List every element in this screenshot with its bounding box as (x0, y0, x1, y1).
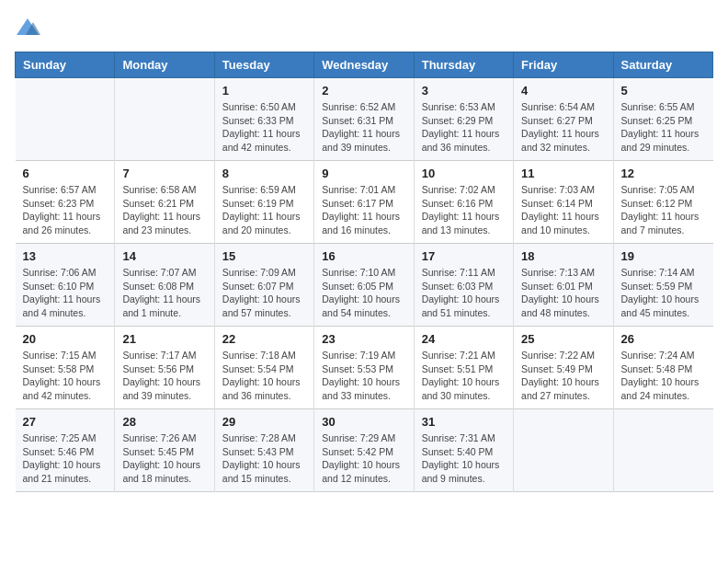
logo (15, 15, 44, 40)
calendar-cell: 19Sunrise: 7:14 AM Sunset: 5:59 PM Dayli… (613, 244, 712, 327)
calendar-cell: 21Sunrise: 7:17 AM Sunset: 5:56 PM Dayli… (115, 327, 214, 409)
calendar-cell: 23Sunrise: 7:19 AM Sunset: 5:53 PM Dayli… (314, 327, 414, 409)
calendar-cell (115, 78, 214, 161)
day-number: 17 (422, 249, 506, 263)
day-number: 16 (322, 249, 405, 263)
day-info: Sunrise: 7:10 AM Sunset: 6:05 PM Dayligh… (322, 266, 405, 320)
calendar-cell: 18Sunrise: 7:13 AM Sunset: 6:01 PM Dayli… (514, 244, 613, 327)
calendar-week-2: 6Sunrise: 6:57 AM Sunset: 6:23 PM Daylig… (16, 161, 713, 244)
weekday-header-tuesday: Tuesday (214, 52, 313, 78)
day-number: 23 (322, 332, 405, 346)
day-info: Sunrise: 7:06 AM Sunset: 6:10 PM Dayligh… (23, 266, 108, 320)
day-number: 9 (322, 167, 405, 180)
day-info: Sunrise: 7:29 AM Sunset: 5:42 PM Dayligh… (322, 431, 405, 486)
calendar-cell: 17Sunrise: 7:11 AM Sunset: 6:03 PM Dayli… (414, 244, 513, 327)
day-info: Sunrise: 6:53 AM Sunset: 6:29 PM Dayligh… (422, 100, 506, 155)
day-number: 7 (122, 167, 206, 180)
day-info: Sunrise: 6:50 AM Sunset: 6:33 PM Dayligh… (222, 100, 306, 155)
day-number: 13 (23, 249, 108, 263)
calendar-week-3: 13Sunrise: 7:06 AM Sunset: 6:10 PM Dayli… (16, 244, 713, 327)
calendar-cell: 4Sunrise: 6:54 AM Sunset: 6:27 PM Daylig… (514, 78, 613, 161)
day-info: Sunrise: 6:58 AM Sunset: 6:21 PM Dayligh… (122, 183, 206, 237)
day-info: Sunrise: 7:22 AM Sunset: 5:49 PM Dayligh… (521, 349, 605, 403)
day-info: Sunrise: 7:21 AM Sunset: 5:51 PM Dayligh… (422, 349, 506, 403)
day-info: Sunrise: 7:05 AM Sunset: 6:12 PM Dayligh… (621, 183, 706, 237)
weekday-header-thursday: Thursday (414, 52, 513, 78)
day-info: Sunrise: 6:52 AM Sunset: 6:31 PM Dayligh… (322, 100, 405, 155)
weekday-header-monday: Monday (115, 52, 214, 78)
calendar-cell: 12Sunrise: 7:05 AM Sunset: 6:12 PM Dayli… (613, 161, 712, 244)
calendar-cell: 5Sunrise: 6:55 AM Sunset: 6:25 PM Daylig… (613, 78, 712, 161)
day-number: 14 (122, 249, 206, 263)
day-number: 15 (222, 249, 306, 263)
calendar-cell: 27Sunrise: 7:25 AM Sunset: 5:46 PM Dayli… (16, 409, 115, 492)
calendar-cell (514, 409, 613, 492)
day-info: Sunrise: 7:03 AM Sunset: 6:14 PM Dayligh… (521, 183, 605, 237)
day-info: Sunrise: 7:26 AM Sunset: 5:45 PM Dayligh… (122, 431, 206, 486)
calendar-week-1: 1Sunrise: 6:50 AM Sunset: 6:33 PM Daylig… (16, 78, 713, 161)
day-info: Sunrise: 7:24 AM Sunset: 5:48 PM Dayligh… (621, 349, 706, 403)
day-number: 29 (222, 415, 306, 429)
day-number: 1 (222, 84, 306, 98)
day-number: 21 (122, 332, 206, 346)
weekday-header-wednesday: Wednesday (314, 52, 414, 78)
day-number: 31 (422, 415, 506, 429)
calendar-cell: 3Sunrise: 6:53 AM Sunset: 6:29 PM Daylig… (414, 78, 513, 161)
day-number: 19 (621, 249, 706, 263)
calendar-cell: 30Sunrise: 7:29 AM Sunset: 5:42 PM Dayli… (314, 409, 414, 492)
calendar-cell: 20Sunrise: 7:15 AM Sunset: 5:58 PM Dayli… (16, 327, 115, 409)
calendar-cell: 11Sunrise: 7:03 AM Sunset: 6:14 PM Dayli… (514, 161, 613, 244)
day-info: Sunrise: 7:14 AM Sunset: 5:59 PM Dayligh… (621, 266, 706, 320)
day-info: Sunrise: 7:07 AM Sunset: 6:08 PM Dayligh… (122, 266, 206, 320)
calendar-cell: 24Sunrise: 7:21 AM Sunset: 5:51 PM Dayli… (414, 327, 513, 409)
day-info: Sunrise: 7:17 AM Sunset: 5:56 PM Dayligh… (122, 349, 206, 403)
calendar-cell: 6Sunrise: 6:57 AM Sunset: 6:23 PM Daylig… (16, 161, 115, 244)
day-number: 27 (23, 415, 108, 429)
day-info: Sunrise: 6:55 AM Sunset: 6:25 PM Dayligh… (621, 100, 706, 155)
day-info: Sunrise: 7:02 AM Sunset: 6:16 PM Dayligh… (422, 183, 506, 237)
day-number: 8 (222, 167, 306, 180)
page-header (15, 15, 713, 40)
calendar-cell: 10Sunrise: 7:02 AM Sunset: 6:16 PM Dayli… (414, 161, 513, 244)
day-number: 20 (23, 332, 108, 346)
day-number: 4 (521, 84, 605, 98)
day-info: Sunrise: 7:15 AM Sunset: 5:58 PM Dayligh… (23, 349, 108, 403)
day-info: Sunrise: 7:31 AM Sunset: 5:40 PM Dayligh… (422, 431, 506, 486)
calendar-body: 1Sunrise: 6:50 AM Sunset: 6:33 PM Daylig… (16, 78, 713, 492)
day-info: Sunrise: 7:09 AM Sunset: 6:07 PM Dayligh… (222, 266, 306, 320)
logo-icon (15, 15, 40, 40)
day-number: 10 (422, 167, 506, 180)
day-info: Sunrise: 6:54 AM Sunset: 6:27 PM Dayligh… (521, 100, 605, 155)
weekday-header-saturday: Saturday (613, 52, 712, 78)
calendar-cell: 26Sunrise: 7:24 AM Sunset: 5:48 PM Dayli… (613, 327, 712, 409)
day-number: 18 (521, 249, 605, 263)
calendar-cell: 29Sunrise: 7:28 AM Sunset: 5:43 PM Dayli… (214, 409, 313, 492)
day-number: 24 (422, 332, 506, 346)
day-info: Sunrise: 7:28 AM Sunset: 5:43 PM Dayligh… (222, 431, 306, 486)
calendar-cell: 22Sunrise: 7:18 AM Sunset: 5:54 PM Dayli… (214, 327, 313, 409)
calendar-week-5: 27Sunrise: 7:25 AM Sunset: 5:46 PM Dayli… (16, 409, 713, 492)
day-info: Sunrise: 7:13 AM Sunset: 6:01 PM Dayligh… (521, 266, 605, 320)
calendar-cell (16, 78, 115, 161)
weekday-header-friday: Friday (514, 52, 613, 78)
day-info: Sunrise: 7:01 AM Sunset: 6:17 PM Dayligh… (322, 183, 405, 237)
calendar-cell: 7Sunrise: 6:58 AM Sunset: 6:21 PM Daylig… (115, 161, 214, 244)
day-number: 2 (322, 84, 405, 98)
day-number: 6 (23, 167, 108, 180)
day-number: 12 (621, 167, 706, 180)
day-info: Sunrise: 6:59 AM Sunset: 6:19 PM Dayligh… (222, 183, 306, 237)
day-number: 11 (521, 167, 605, 180)
day-number: 25 (521, 332, 605, 346)
day-info: Sunrise: 7:25 AM Sunset: 5:46 PM Dayligh… (23, 431, 108, 486)
calendar-cell: 2Sunrise: 6:52 AM Sunset: 6:31 PM Daylig… (314, 78, 414, 161)
calendar-cell: 13Sunrise: 7:06 AM Sunset: 6:10 PM Dayli… (16, 244, 115, 327)
weekday-header-sunday: Sunday (16, 52, 115, 78)
calendar-cell: 28Sunrise: 7:26 AM Sunset: 5:45 PM Dayli… (115, 409, 214, 492)
day-info: Sunrise: 7:11 AM Sunset: 6:03 PM Dayligh… (422, 266, 506, 320)
calendar-week-4: 20Sunrise: 7:15 AM Sunset: 5:58 PM Dayli… (16, 327, 713, 409)
calendar-cell: 31Sunrise: 7:31 AM Sunset: 5:40 PM Dayli… (414, 409, 513, 492)
day-number: 28 (122, 415, 206, 429)
calendar-cell (613, 409, 712, 492)
calendar-cell: 25Sunrise: 7:22 AM Sunset: 5:49 PM Dayli… (514, 327, 613, 409)
day-number: 5 (621, 84, 706, 98)
